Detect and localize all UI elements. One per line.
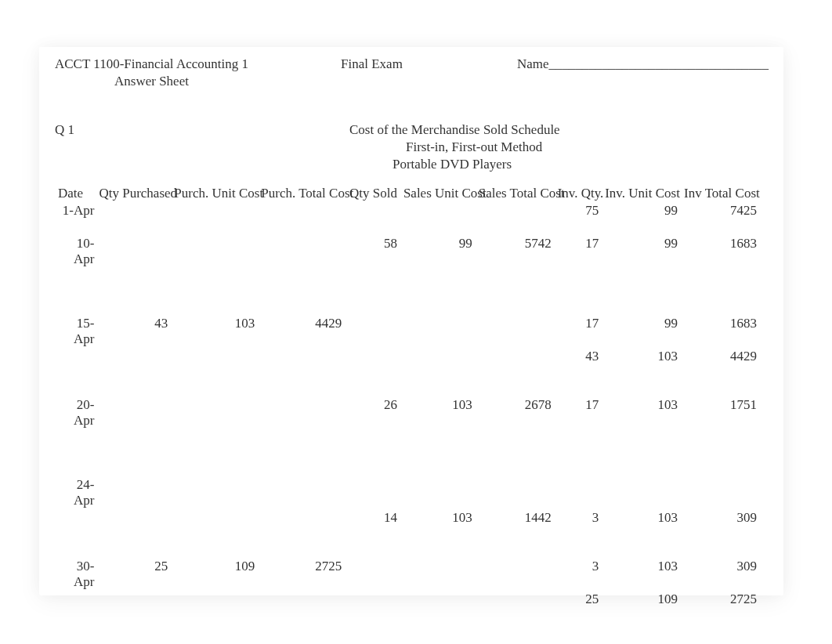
table-row: 30-Apr 25 109 2725 3 103 309 <box>55 558 760 591</box>
cell-inv-qty: 43 <box>555 348 602 365</box>
cell-inv-total-cost: 7425 <box>681 202 760 219</box>
cell-purch-unit-cost: 103 <box>171 315 258 348</box>
cell-inv-qty: 3 <box>555 558 602 591</box>
cell-date: 1-Apr <box>55 202 96 219</box>
cell-inv-total-cost: 1751 <box>681 396 760 429</box>
cell-inv-unit-cost: 99 <box>602 202 681 219</box>
cell-inv-total-cost: 1683 <box>681 235 760 268</box>
cell-inv-qty: 75 <box>555 202 602 219</box>
cell-date: 20-Apr <box>55 396 96 429</box>
answer-sheet-label: Answer Sheet <box>55 74 776 89</box>
cell-inv-unit-cost: 103 <box>602 396 681 429</box>
table-row: 1-Apr 75 99 7425 <box>55 202 760 219</box>
cell-qty-sold: 58 <box>345 235 400 268</box>
cell-date: 30-Apr <box>55 558 96 591</box>
table-row: 14 103 1442 3 103 309 <box>55 509 760 526</box>
cell-inv-qty: 3 <box>555 509 602 526</box>
cell-inv-unit-cost: 103 <box>602 558 681 591</box>
cell-sales-total-cost: 1442 <box>476 509 555 526</box>
name-field-label: Name_________________________________ <box>517 56 776 72</box>
cell-purch-unit-cost: 109 <box>171 558 258 591</box>
col-inv-unit-cost: Inv. Unit Cost <box>602 185 681 202</box>
cell-inv-unit-cost: 103 <box>602 509 681 526</box>
cell-inv-unit-cost: 99 <box>602 315 681 348</box>
cell-date: 15-Apr <box>55 315 96 348</box>
cell-inv-qty: 25 <box>555 591 602 608</box>
cell-inv-unit-cost: 109 <box>602 591 681 608</box>
method-label: First-in, First-out Method <box>55 139 776 155</box>
cell-qty-purchased: 43 <box>96 315 171 348</box>
table-row: 20-Apr 26 103 2678 17 103 1751 <box>55 396 760 429</box>
cell-qty-purchased: 25 <box>96 558 171 591</box>
table-row: 10-Apr 58 99 5742 17 99 1683 <box>55 235 760 268</box>
cell-purch-total-cost: 4429 <box>258 315 345 348</box>
course-title: ACCT 1100-Financial Accounting 1 <box>55 56 341 72</box>
header-row-1: ACCT 1100-Financial Accounting 1 Final E… <box>55 56 776 72</box>
cell-purch-total-cost: 2725 <box>258 558 345 591</box>
col-qty-sold: Qty Sold <box>345 185 400 202</box>
cell-qty-sold: 14 <box>345 509 400 526</box>
cell-date: 24-Apr <box>55 476 96 509</box>
cell-qty-sold: 26 <box>345 396 400 429</box>
cell-inv-total-cost: 1683 <box>681 315 760 348</box>
cell-inv-unit-cost: 99 <box>602 235 681 268</box>
col-purch-total-cost: Purch. Total Cost <box>258 185 345 202</box>
cell-date: 10-Apr <box>55 235 96 268</box>
table-row: 25 109 2725 <box>55 591 760 608</box>
table-header-row: Date Qty Purchased Purch. Unit Cost Purc… <box>55 185 760 202</box>
question-number: Q 1 <box>55 122 349 138</box>
exam-page: ACCT 1100-Financial Accounting 1 Final E… <box>55 56 776 644</box>
col-inv-qty: Inv. Qty. <box>555 185 602 202</box>
cell-inv-total-cost: 4429 <box>681 348 760 365</box>
schedule-title: Cost of the Merchandise Sold Schedule <box>349 122 776 138</box>
cell-sales-total-cost: 2678 <box>476 396 555 429</box>
cell-inv-qty: 17 <box>555 396 602 429</box>
cell-inv-qty: 17 <box>555 315 602 348</box>
cell-sales-unit-cost: 103 <box>400 396 476 429</box>
exam-label: Final Exam <box>341 56 517 72</box>
inventory-table: Date Qty Purchased Purch. Unit Cost Purc… <box>55 185 760 644</box>
cell-sales-unit-cost: 99 <box>400 235 476 268</box>
table-row: 24-Apr <box>55 476 760 509</box>
cell-sales-total-cost: 5742 <box>476 235 555 268</box>
cell-sales-unit-cost: 103 <box>400 509 476 526</box>
cell-inv-unit-cost: 103 <box>602 348 681 365</box>
cell-inv-total-cost: 309 <box>681 558 760 591</box>
col-purch-unit-cost: Purch. Unit Cost <box>171 185 258 202</box>
question-header: Q 1 Cost of the Merchandise Sold Schedul… <box>55 122 776 138</box>
table-row: 43 103 4429 <box>55 348 760 365</box>
cell-inv-total-cost: 309 <box>681 509 760 526</box>
col-date: Date <box>55 185 96 202</box>
col-sales-total-cost: Sales Total Cost <box>476 185 555 202</box>
table-row: 15-Apr 43 103 4429 17 99 1683 <box>55 315 760 348</box>
product-label: Portable DVD Players <box>55 157 776 172</box>
col-qty-purchased: Qty Purchased <box>96 185 171 202</box>
cell-inv-total-cost: 2725 <box>681 591 760 608</box>
col-sales-unit-cost: Sales Unit Cost <box>400 185 476 202</box>
col-inv-total-cost: Inv Total Cost <box>681 185 760 202</box>
cell-inv-qty: 17 <box>555 235 602 268</box>
